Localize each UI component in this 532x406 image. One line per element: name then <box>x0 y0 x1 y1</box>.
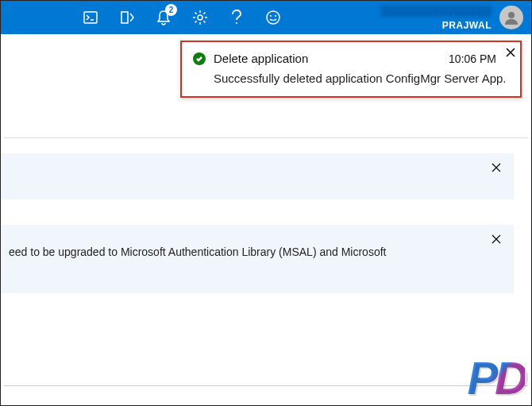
svg-point-3 <box>198 15 202 20</box>
toast-close-button[interactable] <box>506 45 515 60</box>
avatar[interactable] <box>499 6 523 29</box>
cloud-shell-icon[interactable] <box>72 1 109 34</box>
separator-line <box>4 137 528 138</box>
svg-rect-2 <box>121 12 128 23</box>
svg-point-6 <box>270 15 272 17</box>
topbar-icons: 2 <box>72 1 291 34</box>
account-menu[interactable]: PRAJWAL <box>442 1 492 34</box>
notification-toast: Delete application 10:06 PM Successfully… <box>180 41 522 98</box>
success-check-icon <box>193 52 206 65</box>
info-banner-2: eed to be upgraded to Microsoft Authenti… <box>1 225 514 293</box>
info-banner-1 <box>1 153 514 199</box>
toast-timestamp: 10:06 PM <box>449 52 496 65</box>
svg-point-4 <box>236 22 237 24</box>
toast-message: Successfully deleted application ConfigM… <box>193 72 509 85</box>
top-bar: 2 PRAJWAL <box>1 1 531 34</box>
banner-close-button[interactable] <box>492 161 501 176</box>
banner-text: eed to be upgraded to Microsoft Authenti… <box>9 236 386 258</box>
feedback-smiley-icon[interactable] <box>255 1 291 34</box>
svg-point-8 <box>508 12 515 18</box>
notification-badge: 2 <box>165 4 177 16</box>
watermark-logo: PD <box>467 358 525 399</box>
svg-point-5 <box>267 11 279 24</box>
toast-title: Delete application <box>214 52 308 65</box>
svg-point-7 <box>275 15 276 17</box>
username-label: PRAJWAL <box>442 20 492 31</box>
svg-rect-0 <box>84 12 97 23</box>
banner-close-button[interactable] <box>492 233 501 247</box>
help-icon[interactable] <box>218 1 255 34</box>
bottom-separator <box>4 385 528 386</box>
account-email-blurred <box>380 6 492 17</box>
notifications-icon[interactable]: 2 <box>145 1 182 34</box>
directory-filter-icon[interactable] <box>109 1 145 34</box>
settings-gear-icon[interactable] <box>182 1 218 34</box>
